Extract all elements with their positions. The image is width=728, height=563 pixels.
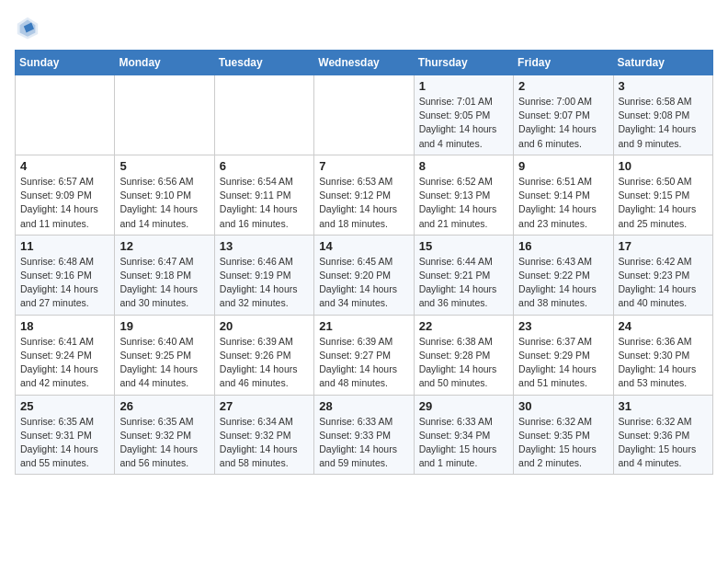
- day-info: Sunrise: 6:32 AM Sunset: 9:35 PM Dayligh…: [518, 415, 608, 471]
- calendar-cell: 29Sunrise: 6:33 AM Sunset: 9:34 PM Dayli…: [414, 395, 513, 475]
- day-number: 19: [119, 319, 209, 333]
- calendar-cell: [115, 75, 214, 155]
- day-number: 31: [619, 399, 708, 413]
- calendar-cell: 6Sunrise: 6:54 AM Sunset: 9:11 PM Daylig…: [214, 155, 313, 235]
- calendar-cell: 12Sunrise: 6:47 AM Sunset: 9:18 PM Dayli…: [115, 235, 214, 315]
- day-number: 28: [319, 399, 408, 413]
- day-number: 25: [20, 399, 109, 413]
- day-number: 16: [518, 239, 608, 253]
- calendar-cell: 16Sunrise: 6:43 AM Sunset: 9:22 PM Dayli…: [514, 235, 613, 315]
- day-number: 24: [619, 319, 708, 333]
- day-number: 7: [319, 159, 408, 173]
- day-number: 23: [518, 319, 608, 333]
- header-thursday: Thursday: [414, 51, 513, 75]
- day-number: 26: [119, 399, 209, 413]
- calendar-cell: 10Sunrise: 6:50 AM Sunset: 9:15 PM Dayli…: [613, 155, 712, 235]
- day-info: Sunrise: 6:40 AM Sunset: 9:25 PM Dayligh…: [119, 335, 209, 391]
- calendar-week-3: 11Sunrise: 6:48 AM Sunset: 9:16 PM Dayli…: [16, 235, 713, 315]
- day-number: 18: [20, 319, 109, 333]
- calendar-cell: 3Sunrise: 6:58 AM Sunset: 9:08 PM Daylig…: [613, 75, 712, 155]
- calendar-header-row: SundayMondayTuesdayWednesdayThursdayFrid…: [16, 51, 713, 75]
- day-info: Sunrise: 6:52 AM Sunset: 9:13 PM Dayligh…: [419, 175, 508, 231]
- day-info: Sunrise: 6:41 AM Sunset: 9:24 PM Dayligh…: [20, 335, 109, 391]
- calendar-cell: [214, 75, 313, 155]
- day-info: Sunrise: 6:38 AM Sunset: 9:28 PM Dayligh…: [419, 335, 508, 391]
- day-info: Sunrise: 6:58 AM Sunset: 9:08 PM Dayligh…: [619, 95, 708, 151]
- header-sunday: Sunday: [16, 51, 115, 75]
- header-tuesday: Tuesday: [214, 51, 313, 75]
- calendar-cell: 7Sunrise: 6:53 AM Sunset: 9:12 PM Daylig…: [314, 155, 414, 235]
- calendar-cell: 18Sunrise: 6:41 AM Sunset: 9:24 PM Dayli…: [16, 315, 115, 395]
- day-info: Sunrise: 6:35 AM Sunset: 9:31 PM Dayligh…: [20, 415, 109, 471]
- day-info: Sunrise: 6:33 AM Sunset: 9:34 PM Dayligh…: [419, 415, 508, 471]
- day-number: 12: [119, 239, 209, 253]
- calendar-cell: 20Sunrise: 6:39 AM Sunset: 9:26 PM Dayli…: [214, 315, 313, 395]
- day-info: Sunrise: 6:39 AM Sunset: 9:27 PM Dayligh…: [319, 335, 408, 391]
- calendar-cell: 13Sunrise: 6:46 AM Sunset: 9:19 PM Dayli…: [214, 235, 313, 315]
- day-number: 27: [220, 399, 309, 413]
- calendar-week-4: 18Sunrise: 6:41 AM Sunset: 9:24 PM Dayli…: [16, 315, 713, 395]
- day-info: Sunrise: 7:00 AM Sunset: 9:07 PM Dayligh…: [518, 95, 608, 151]
- day-info: Sunrise: 6:34 AM Sunset: 9:32 PM Dayligh…: [220, 415, 309, 471]
- calendar-cell: 14Sunrise: 6:45 AM Sunset: 9:20 PM Dayli…: [314, 235, 414, 315]
- day-number: 1: [419, 79, 508, 93]
- calendar-cell: 30Sunrise: 6:32 AM Sunset: 9:35 PM Dayli…: [514, 395, 613, 475]
- calendar-week-1: 1Sunrise: 7:01 AM Sunset: 9:05 PM Daylig…: [16, 75, 713, 155]
- day-info: Sunrise: 6:44 AM Sunset: 9:21 PM Dayligh…: [419, 255, 508, 311]
- day-number: 22: [419, 319, 508, 333]
- day-info: Sunrise: 6:36 AM Sunset: 9:30 PM Dayligh…: [619, 335, 708, 391]
- logo: [15, 15, 44, 40]
- day-number: 6: [220, 159, 309, 173]
- logo-icon: [15, 15, 40, 40]
- day-number: 15: [419, 239, 508, 253]
- day-number: 10: [619, 159, 708, 173]
- day-number: 5: [119, 159, 209, 173]
- day-info: Sunrise: 6:56 AM Sunset: 9:10 PM Dayligh…: [119, 175, 209, 231]
- header-monday: Monday: [115, 51, 214, 75]
- day-info: Sunrise: 6:46 AM Sunset: 9:19 PM Dayligh…: [220, 255, 309, 311]
- page-header: [15, 15, 713, 40]
- day-info: Sunrise: 6:57 AM Sunset: 9:09 PM Dayligh…: [20, 175, 109, 231]
- header-saturday: Saturday: [613, 51, 712, 75]
- day-info: Sunrise: 6:45 AM Sunset: 9:20 PM Dayligh…: [319, 255, 408, 311]
- day-info: Sunrise: 6:43 AM Sunset: 9:22 PM Dayligh…: [518, 255, 608, 311]
- day-number: 11: [20, 239, 109, 253]
- day-number: 4: [20, 159, 109, 173]
- day-number: 17: [619, 239, 708, 253]
- calendar-cell: 8Sunrise: 6:52 AM Sunset: 9:13 PM Daylig…: [414, 155, 513, 235]
- calendar-cell: [314, 75, 414, 155]
- calendar-cell: [16, 75, 115, 155]
- calendar-cell: 19Sunrise: 6:40 AM Sunset: 9:25 PM Dayli…: [115, 315, 214, 395]
- day-number: 30: [518, 399, 608, 413]
- day-number: 29: [419, 399, 508, 413]
- calendar-cell: 24Sunrise: 6:36 AM Sunset: 9:30 PM Dayli…: [613, 315, 712, 395]
- calendar-cell: 22Sunrise: 6:38 AM Sunset: 9:28 PM Dayli…: [414, 315, 513, 395]
- calendar-week-5: 25Sunrise: 6:35 AM Sunset: 9:31 PM Dayli…: [16, 395, 713, 475]
- day-info: Sunrise: 6:33 AM Sunset: 9:33 PM Dayligh…: [319, 415, 408, 471]
- day-info: Sunrise: 6:48 AM Sunset: 9:16 PM Dayligh…: [20, 255, 109, 311]
- day-number: 14: [319, 239, 408, 253]
- day-number: 13: [220, 239, 309, 253]
- day-number: 9: [518, 159, 608, 173]
- header-friday: Friday: [514, 51, 613, 75]
- day-info: Sunrise: 6:32 AM Sunset: 9:36 PM Dayligh…: [619, 415, 708, 471]
- day-info: Sunrise: 6:37 AM Sunset: 9:29 PM Dayligh…: [518, 335, 608, 391]
- day-number: 20: [220, 319, 309, 333]
- calendar-table: SundayMondayTuesdayWednesdayThursdayFrid…: [15, 50, 713, 475]
- day-number: 8: [419, 159, 508, 173]
- calendar-cell: 28Sunrise: 6:33 AM Sunset: 9:33 PM Dayli…: [314, 395, 414, 475]
- calendar-cell: 17Sunrise: 6:42 AM Sunset: 9:23 PM Dayli…: [613, 235, 712, 315]
- day-info: Sunrise: 7:01 AM Sunset: 9:05 PM Dayligh…: [419, 95, 508, 151]
- day-number: 2: [518, 79, 608, 93]
- day-info: Sunrise: 6:47 AM Sunset: 9:18 PM Dayligh…: [119, 255, 209, 311]
- calendar-cell: 4Sunrise: 6:57 AM Sunset: 9:09 PM Daylig…: [16, 155, 115, 235]
- day-number: 21: [319, 319, 408, 333]
- day-info: Sunrise: 6:51 AM Sunset: 9:14 PM Dayligh…: [518, 175, 608, 231]
- calendar-cell: 23Sunrise: 6:37 AM Sunset: 9:29 PM Dayli…: [514, 315, 613, 395]
- day-info: Sunrise: 6:35 AM Sunset: 9:32 PM Dayligh…: [119, 415, 209, 471]
- calendar-week-2: 4Sunrise: 6:57 AM Sunset: 9:09 PM Daylig…: [16, 155, 713, 235]
- calendar-cell: 11Sunrise: 6:48 AM Sunset: 9:16 PM Dayli…: [16, 235, 115, 315]
- day-number: 3: [619, 79, 708, 93]
- day-info: Sunrise: 6:50 AM Sunset: 9:15 PM Dayligh…: [619, 175, 708, 231]
- calendar-cell: 15Sunrise: 6:44 AM Sunset: 9:21 PM Dayli…: [414, 235, 513, 315]
